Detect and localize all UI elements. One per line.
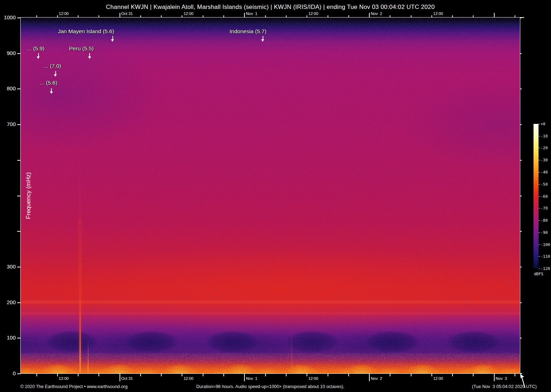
x-tick-label: 12:00 (433, 376, 443, 381)
y-tick (17, 160, 21, 161)
arrow-head (50, 91, 53, 94)
colorbar-tick-label: -90 (541, 230, 548, 235)
y-tick (17, 373, 21, 374)
duration-text: Duration=96 hours. Audio speed-up=1000× … (21, 384, 520, 389)
x-tick-label: Nov 2 (371, 11, 382, 16)
y-axis-title: Frequency (mHz) (25, 172, 32, 219)
x-tick (494, 373, 495, 381)
colorbar-unit-label: dBFS (534, 272, 548, 276)
x-tick (390, 15, 390, 17)
colorbar-tick-label: -40 (541, 170, 548, 174)
colorbar-tick (539, 208, 540, 208)
x-tick (120, 13, 120, 17)
x-tick (431, 373, 432, 376)
y-tick (17, 302, 21, 303)
colorbar-tick (539, 148, 540, 148)
x-tick (369, 13, 370, 17)
page-title: Channel KWJN | Kwajalein Atoll, Marshall… (21, 4, 520, 11)
y-tick (520, 89, 522, 89)
y-tick-label: 300 (7, 263, 16, 270)
x-tick-label: 12:00 (433, 11, 443, 16)
x-tick (473, 15, 474, 17)
x-tick (203, 15, 203, 17)
x-tick-label: Nov 2 (371, 376, 382, 381)
colorbar-tick (539, 160, 540, 160)
x-tick-label: 12:00 (59, 376, 69, 381)
colorbar-tick-label: -70 (541, 206, 548, 211)
x-tick (223, 15, 224, 17)
colorbar-tick (539, 232, 540, 233)
x-tick (286, 373, 287, 376)
x-tick-label: Nov 1 (246, 11, 257, 16)
x-tick (223, 373, 224, 376)
spectrogram-plot: Frequency (mHz) 12:0012:00Oct 31Oct 3112… (21, 17, 520, 373)
x-tick (286, 15, 287, 17)
x-tick (411, 373, 411, 376)
x-tick (36, 15, 37, 17)
y-tick (520, 53, 522, 54)
colorbar-tick (539, 256, 540, 257)
spectrogram-image (21, 17, 520, 373)
x-tick-label: 12:00 (183, 11, 193, 16)
y-tick-label: 200 (7, 299, 16, 305)
x-tick-label: 12:00 (59, 11, 69, 16)
x-tick-label: 12:00 (183, 376, 193, 381)
x-tick-label: Nov 1 (246, 376, 257, 381)
down-arrow-icon (50, 88, 53, 94)
x-tick-label: 12:00 (308, 376, 318, 381)
y-tick (520, 196, 522, 196)
y-tick-label: 0 (13, 370, 16, 376)
colorbar-tick-label: -80 (541, 218, 548, 222)
y-tick (17, 338, 21, 338)
x-tick (515, 15, 515, 17)
x-tick (515, 373, 515, 376)
arrow-head (54, 74, 57, 77)
x-tick (348, 15, 349, 17)
y-tick (520, 17, 522, 18)
x-tick (78, 373, 79, 376)
x-tick (411, 15, 411, 17)
x-tick (98, 15, 99, 17)
y-tick (17, 17, 21, 18)
arrow-head (261, 39, 264, 42)
x-tick (390, 373, 390, 376)
spectrogram-screen: Channel KWJN | Kwajalein Atoll, Marshall… (0, 0, 551, 392)
x-tick (140, 15, 141, 17)
down-arrow-icon (261, 36, 264, 42)
colorbar-tick-label: -60 (541, 194, 548, 198)
colorbar-tick-label: -20 (541, 146, 548, 150)
x-tick (36, 373, 37, 376)
arrow-head (111, 39, 114, 42)
x-tick (203, 373, 203, 376)
x-tick (182, 373, 182, 376)
y-tick-label: 900 (7, 50, 16, 56)
x-tick (182, 15, 182, 17)
y-tick (17, 196, 21, 196)
x-tick (348, 373, 349, 376)
x-tick-label: Nov 3 (496, 376, 507, 381)
colorbar-tick (539, 268, 540, 269)
down-arrow-icon (88, 53, 91, 59)
y-tick (520, 338, 522, 338)
colorbar-tick-label: -50 (541, 182, 548, 186)
x-tick (244, 373, 245, 381)
x-tick (452, 15, 453, 17)
x-tick (307, 373, 307, 376)
y-tick (520, 267, 522, 267)
x-tick (140, 373, 141, 376)
x-tick (120, 373, 120, 381)
y-tick (17, 267, 21, 267)
x-tick (307, 15, 307, 17)
colorbar-tick (539, 136, 540, 136)
colorbar-tick (539, 245, 540, 245)
event-label: ... (5.9) (27, 45, 44, 52)
x-tick (328, 15, 328, 17)
y-tick-label: 800 (7, 86, 16, 92)
x-tick (57, 15, 58, 17)
y-tick (17, 89, 21, 89)
event-label: ... (7.0) (44, 63, 61, 69)
colorbar-tick-label: -10 (541, 134, 548, 138)
x-tick (473, 373, 474, 376)
event-label: Peru (5.5) (69, 45, 94, 52)
x-tick (161, 373, 162, 376)
